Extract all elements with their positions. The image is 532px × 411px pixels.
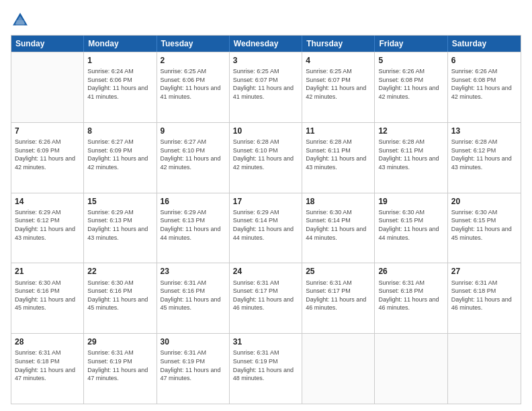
calendar-cell: 20Sunrise: 6:30 AMSunset: 6:15 PMDayligh… (448, 193, 521, 263)
cell-info: Sunrise: 6:28 AMSunset: 6:10 PMDaylight:… (233, 138, 298, 171)
calendar-body: 1Sunrise: 6:24 AMSunset: 6:06 PMDaylight… (11, 52, 521, 404)
cell-info: Sunrise: 6:27 AMSunset: 6:09 PMDaylight:… (87, 138, 152, 171)
day-number: 16 (161, 196, 226, 207)
calendar-cell: 4Sunrise: 6:25 AMSunset: 6:07 PMDaylight… (302, 52, 375, 122)
cell-info: Sunrise: 6:26 AMSunset: 6:08 PMDaylight:… (451, 67, 517, 101)
day-number: 27 (451, 266, 517, 277)
calendar-row: 7Sunrise: 6:26 AMSunset: 6:09 PMDaylight… (11, 122, 521, 193)
cell-info: Sunrise: 6:24 AMSunset: 6:06 PMDaylight:… (87, 67, 152, 101)
day-number: 15 (87, 196, 152, 207)
cell-info: Sunrise: 6:27 AMSunset: 6:10 PMDaylight:… (161, 138, 226, 171)
cell-info: Sunrise: 6:31 AMSunset: 6:18 PMDaylight:… (378, 279, 443, 312)
logo (11, 11, 32, 30)
cell-info: Sunrise: 6:25 AMSunset: 6:07 PMDaylight:… (233, 67, 298, 101)
cell-info: Sunrise: 6:29 AMSunset: 6:13 PMDaylight:… (87, 208, 152, 242)
calendar-cell: 3Sunrise: 6:25 AMSunset: 6:07 PMDaylight… (230, 52, 302, 122)
calendar-cell: 22Sunrise: 6:30 AMSunset: 6:16 PMDayligh… (84, 263, 157, 333)
calendar-cell: 12Sunrise: 6:28 AMSunset: 6:11 PMDayligh… (375, 123, 447, 193)
day-number: 21 (15, 266, 80, 277)
calendar-cell: 31Sunrise: 6:31 AMSunset: 6:19 PMDayligh… (230, 334, 302, 404)
day-number: 22 (87, 266, 152, 277)
calendar-cell: 5Sunrise: 6:26 AMSunset: 6:08 PMDaylight… (375, 52, 447, 122)
cell-info: Sunrise: 6:31 AMSunset: 6:16 PMDaylight:… (161, 279, 226, 312)
cell-info: Sunrise: 6:31 AMSunset: 6:17 PMDaylight:… (233, 279, 298, 312)
calendar-cell: 25Sunrise: 6:31 AMSunset: 6:17 PMDayligh… (302, 263, 375, 333)
calendar: SundayMondayTuesdayWednesdayThursdayFrid… (11, 35, 521, 404)
cell-info: Sunrise: 6:28 AMSunset: 6:12 PMDaylight:… (451, 138, 517, 171)
day-number: 19 (378, 196, 443, 207)
calendar-cell: 24Sunrise: 6:31 AMSunset: 6:17 PMDayligh… (230, 263, 302, 333)
cell-info: Sunrise: 6:30 AMSunset: 6:16 PMDaylight:… (87, 279, 152, 312)
calendar-cell: 18Sunrise: 6:30 AMSunset: 6:14 PMDayligh… (302, 193, 375, 263)
day-number: 4 (306, 55, 371, 66)
cell-info: Sunrise: 6:29 AMSunset: 6:12 PMDaylight:… (15, 208, 80, 242)
cell-info: Sunrise: 6:26 AMSunset: 6:09 PMDaylight:… (15, 138, 80, 171)
calendar-cell: 23Sunrise: 6:31 AMSunset: 6:16 PMDayligh… (157, 263, 230, 333)
cell-info: Sunrise: 6:25 AMSunset: 6:06 PMDaylight:… (161, 67, 226, 101)
cell-info: Sunrise: 6:30 AMSunset: 6:14 PMDaylight:… (306, 208, 371, 242)
cell-info: Sunrise: 6:25 AMSunset: 6:07 PMDaylight:… (306, 67, 371, 101)
cell-info: Sunrise: 6:29 AMSunset: 6:13 PMDaylight:… (161, 208, 226, 242)
day-number: 5 (378, 55, 443, 66)
calendar-cell: 6Sunrise: 6:26 AMSunset: 6:08 PMDaylight… (448, 52, 521, 122)
day-number: 11 (306, 126, 371, 136)
page: SundayMondayTuesdayWednesdayThursdayFrid… (0, 0, 532, 411)
calendar-header-cell: Sunday (11, 36, 84, 52)
cell-info: Sunrise: 6:30 AMSunset: 6:15 PMDaylight:… (378, 208, 443, 242)
calendar-header-cell: Saturday (448, 36, 521, 52)
calendar-cell: 28Sunrise: 6:31 AMSunset: 6:18 PMDayligh… (11, 334, 84, 404)
day-number: 14 (15, 196, 80, 207)
calendar-cell: 16Sunrise: 6:29 AMSunset: 6:13 PMDayligh… (157, 193, 230, 263)
header (11, 11, 521, 30)
day-number: 31 (233, 336, 298, 347)
calendar-cell: 11Sunrise: 6:28 AMSunset: 6:11 PMDayligh… (302, 123, 375, 193)
cell-info: Sunrise: 6:31 AMSunset: 6:18 PMDaylight:… (451, 279, 517, 312)
calendar-header-cell: Monday (84, 36, 157, 52)
cell-info: Sunrise: 6:28 AMSunset: 6:11 PMDaylight:… (378, 138, 443, 171)
calendar-cell: 13Sunrise: 6:28 AMSunset: 6:12 PMDayligh… (448, 123, 521, 193)
day-number: 7 (15, 126, 80, 136)
calendar-header-cell: Thursday (302, 36, 375, 52)
calendar-cell: 17Sunrise: 6:29 AMSunset: 6:14 PMDayligh… (230, 193, 302, 263)
calendar-cell: 1Sunrise: 6:24 AMSunset: 6:06 PMDaylight… (84, 52, 157, 122)
cell-info: Sunrise: 6:31 AMSunset: 6:19 PMDaylight:… (233, 349, 298, 382)
calendar-cell: 10Sunrise: 6:28 AMSunset: 6:10 PMDayligh… (230, 123, 302, 193)
cell-info: Sunrise: 6:28 AMSunset: 6:11 PMDaylight:… (306, 138, 371, 171)
day-number: 23 (161, 266, 226, 277)
day-number: 2 (161, 55, 226, 66)
calendar-cell: 26Sunrise: 6:31 AMSunset: 6:18 PMDayligh… (375, 263, 447, 333)
calendar-header-cell: Tuesday (157, 36, 230, 52)
day-number: 1 (87, 55, 152, 66)
day-number: 17 (233, 196, 298, 207)
calendar-row: 21Sunrise: 6:30 AMSunset: 6:16 PMDayligh… (11, 263, 521, 333)
calendar-cell: 2Sunrise: 6:25 AMSunset: 6:06 PMDaylight… (157, 52, 230, 122)
day-number: 8 (87, 126, 152, 136)
cell-info: Sunrise: 6:29 AMSunset: 6:14 PMDaylight:… (233, 208, 298, 242)
calendar-row: 14Sunrise: 6:29 AMSunset: 6:12 PMDayligh… (11, 193, 521, 263)
cell-info: Sunrise: 6:30 AMSunset: 6:16 PMDaylight:… (15, 279, 80, 312)
calendar-cell: 15Sunrise: 6:29 AMSunset: 6:13 PMDayligh… (84, 193, 157, 263)
day-number: 6 (451, 55, 517, 66)
cell-info: Sunrise: 6:31 AMSunset: 6:19 PMDaylight:… (161, 349, 226, 382)
calendar-cell (375, 334, 447, 404)
calendar-header: SundayMondayTuesdayWednesdayThursdayFrid… (11, 36, 521, 52)
cell-info: Sunrise: 6:26 AMSunset: 6:08 PMDaylight:… (378, 67, 443, 101)
calendar-row: 1Sunrise: 6:24 AMSunset: 6:06 PMDaylight… (11, 52, 521, 122)
calendar-row: 28Sunrise: 6:31 AMSunset: 6:18 PMDayligh… (11, 333, 521, 404)
calendar-cell: 30Sunrise: 6:31 AMSunset: 6:19 PMDayligh… (157, 334, 230, 404)
day-number: 12 (378, 126, 443, 136)
calendar-cell: 21Sunrise: 6:30 AMSunset: 6:16 PMDayligh… (11, 263, 84, 333)
calendar-cell: 8Sunrise: 6:27 AMSunset: 6:09 PMDaylight… (84, 123, 157, 193)
day-number: 20 (451, 196, 517, 207)
calendar-cell: 29Sunrise: 6:31 AMSunset: 6:19 PMDayligh… (84, 334, 157, 404)
calendar-cell (11, 52, 84, 122)
cell-info: Sunrise: 6:31 AMSunset: 6:18 PMDaylight:… (15, 349, 80, 382)
calendar-header-cell: Wednesday (230, 36, 302, 52)
day-number: 28 (15, 336, 80, 347)
svg-rect-2 (16, 20, 24, 26)
cell-info: Sunrise: 6:31 AMSunset: 6:17 PMDaylight:… (306, 279, 371, 312)
calendar-cell: 14Sunrise: 6:29 AMSunset: 6:12 PMDayligh… (11, 193, 84, 263)
day-number: 3 (233, 55, 298, 66)
day-number: 18 (306, 196, 371, 207)
day-number: 29 (87, 336, 152, 347)
